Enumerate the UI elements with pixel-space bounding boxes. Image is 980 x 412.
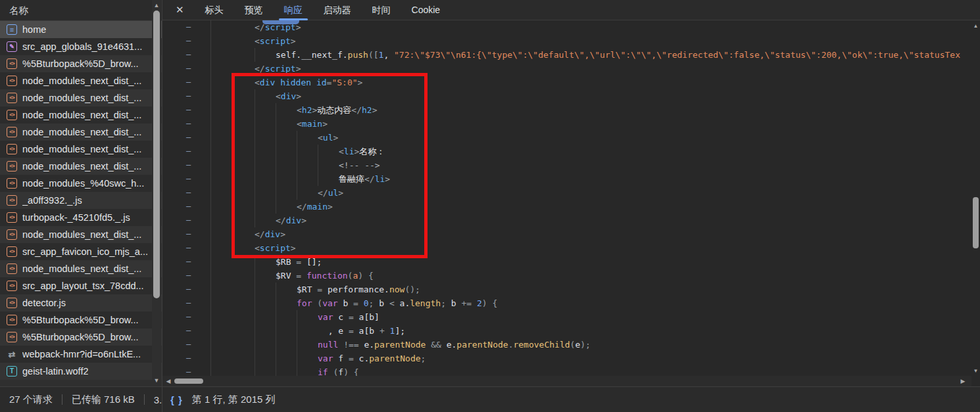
request-node-modules-1[interactable]: <>node_modules_next_dist_... [0, 72, 162, 89]
request-node-modules-8[interactable]: <>node_modules_next_dist_... [0, 260, 162, 277]
token-tag: script [260, 34, 291, 48]
tab-initiator[interactable]: 启动器 [322, 0, 353, 20]
token-plain [385, 324, 390, 338]
response-code-viewer[interactable]: –</script>–<script>–self.__next_f.push([… [162, 20, 971, 376]
token-punct: && [431, 338, 441, 352]
indent-guide [297, 365, 318, 376]
indent-guide [255, 158, 276, 172]
request-node-modules-2[interactable]: <>node_modules_next_dist_... [0, 89, 162, 106]
script-icon: <> [7, 332, 17, 342]
sidebar-scrollbar-thumb[interactable] [153, 11, 160, 298]
tab-preview[interactable]: 预览 [243, 0, 264, 20]
token-text: 动态内容 [317, 103, 351, 117]
horizontal-scrollbar[interactable]: ◀ ▶ [162, 376, 971, 386]
request-turbopack-45210fd5[interactable]: <>turbopack-_45210fd5._.js [0, 209, 162, 226]
line-gutter: – [162, 172, 211, 186]
indent-guide [297, 131, 318, 145]
token-punct: ( [348, 269, 353, 283]
request-label: node_modules_next_dist_... [22, 110, 141, 120]
line-gutter: – [162, 296, 211, 310]
request-a0ff3932-js[interactable]: <>_a0ff3932._.js [0, 192, 162, 209]
token-tag: div [281, 89, 296, 103]
indent-guide [233, 255, 255, 269]
token-prop: parentNode [374, 338, 426, 352]
format-braces-icon[interactable]: { } [170, 394, 183, 405]
indent-guide [276, 131, 297, 145]
request-node-modules-5[interactable]: <>node_modules_next_dist_... [0, 141, 162, 158]
indent-guide [276, 186, 297, 200]
token-plain: ]; [395, 324, 405, 338]
request-node-modules-swc[interactable]: <>node_modules_%40swc_h... [0, 175, 162, 192]
indent-guide [233, 241, 255, 255]
request-turbopack-brow-2[interactable]: <>%5Bturbopack%5D_brow... [0, 311, 162, 329]
request-turbopack-brow-3[interactable]: <>%5Bturbopack%5D_brow... [0, 329, 162, 346]
token-plain: , [383, 48, 394, 62]
network-request-sidebar: 名称 ≡home✎src_app_globals_91e4631...<>%5B… [0, 0, 162, 386]
token-punct: ; [421, 352, 426, 365]
token-punct: + [380, 324, 385, 338]
indent-guide [233, 310, 255, 324]
script-icon: <> [7, 281, 17, 291]
scroll-down-icon[interactable]: ▼ [152, 376, 161, 385]
request-label: node_modules_next_dist_... [22, 161, 141, 172]
code-line: –self.__next_f.push([1, "72:\"$73\"\n61:… [162, 48, 971, 62]
vertical-scrollbar[interactable]: ▲ ▼ [971, 20, 980, 376]
tab-response[interactable]: 响应 [283, 0, 304, 20]
script-icon: <> [7, 161, 17, 172]
request-turbopack-browser[interactable]: <>%5Bturbopack%5D_brow... [0, 55, 162, 72]
horizontal-scrollbar-thumb[interactable] [174, 378, 203, 384]
indent-guide [233, 145, 255, 158]
request-label: node_modules_next_dist_... [22, 127, 141, 137]
token-punct: = [296, 269, 301, 283]
token-punct: (); [404, 283, 420, 296]
close-icon[interactable]: ✕ [176, 4, 184, 16]
indent-guide [255, 172, 276, 186]
vertical-scrollbar-thumb[interactable] [973, 197, 979, 248]
token-plain [275, 76, 280, 89]
indent-guide [297, 172, 318, 186]
line-gutter: – [162, 89, 211, 103]
request-detector-js[interactable]: <>detector.js [0, 294, 162, 311]
request-src-app-favicon[interactable]: <>src_app_favicon_ico_mjs_a... [0, 243, 162, 260]
token-punct: < [255, 76, 260, 89]
tab-timing[interactable]: 时间 [371, 0, 392, 20]
request-node-modules-3[interactable]: <>node_modules_next_dist_... [0, 106, 162, 124]
indent-guide [297, 338, 318, 352]
indent-guide [255, 255, 276, 269]
request-src-app-globals[interactable]: ✎src_app_globals_91e4631... [0, 38, 162, 55]
scroll-left-icon[interactable]: ◀ [164, 377, 173, 386]
request-src-app-layout[interactable]: <>src_app_layout_tsx_78cdd... [0, 277, 162, 294]
scroll-down-icon[interactable]: ▼ [971, 367, 980, 375]
indent-guide [255, 200, 276, 214]
request-label: node_modules_next_dist_... [22, 229, 141, 240]
request-label: geist-latin.woff2 [22, 366, 88, 377]
tab-cookie[interactable]: Cookie [410, 0, 442, 20]
request-geist-latin-woff2[interactable]: Tgeist-latin.woff2 [0, 363, 162, 380]
scroll-up-icon[interactable]: ▲ [971, 22, 980, 30]
token-plain: f [333, 352, 348, 365]
request-node-modules-7[interactable]: <>node_modules_next_dist_... [0, 226, 162, 243]
line-gutter: – [162, 48, 211, 62]
scroll-right-icon[interactable]: ▶ [958, 377, 968, 386]
scroll-up-icon[interactable]: ▲ [152, 1, 161, 10]
code-line: –<script> [162, 34, 971, 48]
tab-headers[interactable]: 标头 [204, 0, 225, 20]
request-label: _a0ff3932._.js [22, 195, 82, 206]
sidebar-scrollbar[interactable]: ▲ ▼ [152, 0, 161, 386]
request-node-modules-6[interactable]: <>node_modules_next_dist_... [0, 158, 162, 175]
script-icon: <> [7, 263, 17, 274]
token-plain [338, 338, 343, 352]
request-node-modules-4[interactable]: <>node_modules_next_dist_... [0, 124, 162, 141]
fold-gutter [211, 310, 233, 324]
request-home[interactable]: ≡home [0, 21, 162, 38]
token-plain: self.__next_f. [276, 48, 348, 62]
request-label: %5Bturbopack%5D_brow... [22, 58, 139, 69]
indent-guide [233, 158, 255, 172]
token-punct: ; [369, 296, 380, 310]
indent-guide [255, 131, 276, 145]
line-gutter: – [162, 365, 211, 376]
line-gutter: – [162, 241, 211, 255]
request-webpack-hmr[interactable]: ⇄webpack-hmr?id=o6nLtkE... [0, 346, 162, 363]
request-label: node_modules_next_dist_... [22, 76, 141, 86]
token-plain: c [333, 310, 348, 324]
